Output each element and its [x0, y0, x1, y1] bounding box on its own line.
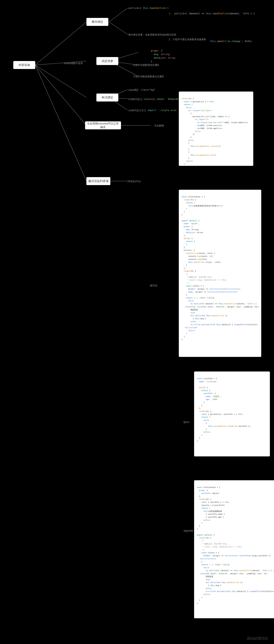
edge-label: render函数中使用	[64, 62, 83, 65]
svg-line-4	[35, 65, 86, 181]
codeblock-4: const SlotContent = { props: { userInfo:…	[194, 480, 274, 618]
code-line: import './style.scss'	[148, 109, 178, 112]
svg-line-5	[109, 8, 128, 22]
label: 传统声明	[184, 529, 193, 532]
label: 同渲染2中以	[128, 180, 141, 183]
node-label: 生命周期mounted可以正常触发	[86, 122, 120, 129]
label: 完全解耦	[154, 124, 164, 127]
code-line: class="bg"	[141, 88, 155, 91]
node-root[interactable]: 外部实体	[13, 61, 35, 69]
label: css样式定义引入	[128, 109, 146, 112]
node-label: 样式绑定	[102, 96, 113, 100]
node-style[interactable]: 样式绑定	[96, 94, 118, 102]
node-label: 动态传参	[102, 59, 113, 63]
svg-line-0	[35, 22, 86, 65]
code-line: 1、 onClick={ ($event) => this.handleClic…	[169, 12, 255, 15]
label: class绑定	[128, 88, 139, 92]
label: 版本1	[184, 420, 190, 424]
codeblock-2: const SlotContent = { render(h) { return…	[179, 190, 261, 357]
node-label: 外部实体	[19, 63, 30, 67]
code-line: this.$emit('on-change', Info)	[210, 40, 252, 42]
node-lifecycle[interactable]: 生命周期mounted可以正常触发	[85, 122, 121, 129]
codeblock-1: render(h) { const { personList } = this …	[179, 92, 253, 166]
svg-line-6	[109, 22, 128, 34]
codeblock-3: const ListItem = { name: 'ListItem', dat…	[194, 372, 270, 456]
label: 行间样式定义	[128, 98, 143, 101]
label: 2、子组件可通过传参数来传递参数	[169, 38, 206, 41]
node-event[interactable]: 事件绑定	[86, 18, 108, 26]
node-label: 遍历渲染列表项	[88, 179, 109, 183]
node-label: 事件绑定	[92, 20, 103, 24]
svg-line-3	[35, 65, 86, 126]
label: 子组件传数据需要通过定属性	[133, 75, 164, 78]
label: 解渲染	[150, 284, 157, 287]
code-line: onClick={ this.handleClick }	[128, 7, 169, 10]
node-loop[interactable]: 遍历渲染列表项	[86, 177, 110, 185]
code-line: props: { msg: String, dataList: Array }	[151, 49, 175, 63]
svg-line-2	[35, 65, 86, 98]
label: 事件绑定变量，传参需要使用闭包的模式实现	[128, 33, 176, 36]
label: 父组件传递数据指定属性	[133, 64, 159, 66]
node-props[interactable]: 动态传参	[96, 57, 118, 65]
watermark: boardmix	[247, 636, 268, 641]
